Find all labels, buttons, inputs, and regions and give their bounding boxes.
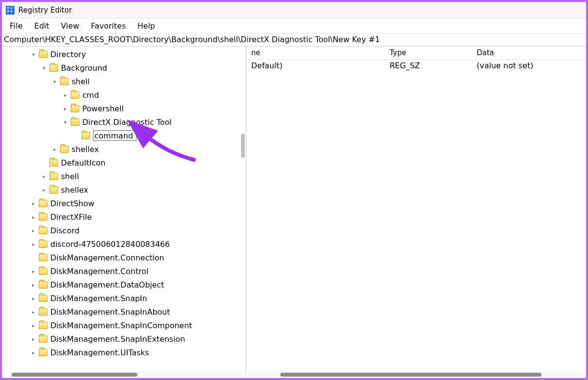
tree-item-dm-uitasks[interactable]: ▸DiskManagement.UITasks — [2, 346, 246, 359]
col-header-name[interactable]: ne — [248, 46, 387, 60]
tree-item-dm-control[interactable]: ▸DiskManagement.Control — [2, 264, 246, 278]
chevron-right-icon[interactable]: ▸ — [30, 281, 37, 288]
tree-label: Directory — [50, 50, 86, 59]
chevron-down-icon[interactable]: ▾ — [51, 78, 58, 85]
chevron-down-icon[interactable]: ▾ — [62, 119, 69, 125]
folder-icon — [71, 105, 79, 112]
tree-label: cmd — [82, 91, 99, 100]
folder-icon — [49, 186, 58, 194]
tree-item-dm-snapin[interactable]: ▸DiskManagement.SnapIn — [2, 291, 246, 305]
folder-icon — [39, 200, 47, 207]
tree-item-defaulticon[interactable]: ▸ DefaultIcon — [2, 156, 246, 169]
address-bar[interactable]: Computer\HKEY_CLASSES_ROOT\Directory\Bac… — [2, 34, 586, 46]
folder-icon — [39, 241, 47, 248]
tree-item-directshow[interactable]: ▸DirectShow — [2, 197, 246, 210]
window-title: Registry Editor — [18, 6, 72, 15]
chevron-right-icon[interactable]: ▸ — [30, 295, 37, 302]
tree-item-dm-snapin-extension[interactable]: ▸DiskManagement.SnapInExtension — [2, 332, 246, 346]
tree-item-dm-snapin-component[interactable]: ▸DiskManagement.SnapInComponent — [2, 319, 246, 332]
tree-item-dm-dataobject[interactable]: ▸DiskManagement.DataObject — [2, 278, 246, 291]
tree-item-directxfile[interactable]: ▸DirectXFile — [2, 210, 246, 224]
tree-label: DiskManagement.SnapInAbout — [50, 307, 170, 317]
menu-file[interactable]: File — [4, 19, 29, 32]
tree-label: shellex — [72, 145, 99, 154]
folder-icon — [39, 335, 47, 343]
folder-icon — [39, 254, 47, 261]
values-pane: ne Type Data Default) REG_SZ (value not … — [248, 46, 586, 371]
menu-favorites[interactable]: Favorites — [85, 19, 132, 32]
tree-item-discord-id[interactable]: ▸discord-475006012840083466 — [2, 237, 246, 251]
chevron-down-icon[interactable]: ▾ — [41, 64, 47, 71]
chevron-right-icon[interactable]: ▸ — [30, 349, 37, 356]
vertical-scrollbar-thumb[interactable] — [241, 134, 245, 158]
chevron-right-icon[interactable]: ▸ — [30, 322, 37, 329]
folder-icon — [39, 51, 47, 58]
chevron-right-icon[interactable]: ▸ — [30, 308, 37, 315]
folder-icon — [39, 281, 47, 289]
folder-icon — [60, 78, 69, 85]
svg-point-5 — [12, 6, 15, 9]
chevron-right-icon[interactable]: ▸ — [51, 146, 58, 152]
folder-icon — [71, 91, 79, 99]
regedit-icon — [6, 6, 15, 15]
tree-label: shellex — [61, 185, 88, 195]
tree-label: Discord — [50, 226, 79, 235]
chevron-right-icon[interactable]: ▸ — [30, 268, 37, 274]
tree-label: discord-475006012840083466 — [50, 240, 170, 249]
menu-view[interactable]: View — [55, 19, 85, 32]
tree-item-dxdiag[interactable]: ▾ DirectX Diagnostic Tool — [2, 115, 246, 129]
chevron-right-icon[interactable]: ▸ — [41, 186, 47, 193]
tree-item-shellex[interactable]: ▸ shellex — [2, 183, 246, 197]
chevron-right-icon[interactable]: ▸ — [30, 213, 37, 220]
chevron-right-icon[interactable]: ▸ — [62, 105, 69, 112]
tree-item-powershell[interactable]: ▸ Powershell — [2, 102, 246, 115]
tree-label: DirectX Diagnostic Tool — [82, 118, 172, 127]
folder-icon — [49, 64, 58, 72]
chevron-right-icon[interactable]: ▸ — [30, 241, 37, 247]
chevron-right-icon[interactable]: ▸ — [30, 335, 37, 342]
tree-item-dm-snapin-about[interactable]: ▸DiskManagement.SnapInAbout — [2, 305, 246, 319]
tree-item-shell-inner[interactable]: ▾ shell — [2, 75, 246, 88]
chevron-right-icon[interactable]: ▸ — [30, 200, 37, 207]
tree-item-shell[interactable]: ▸ shell — [2, 169, 246, 183]
svg-rect-3 — [7, 10, 9, 13]
tree-item-shellex-inner[interactable]: ▸ shellex — [2, 142, 246, 156]
chevron-right-icon[interactable]: ▸ — [62, 91, 69, 98]
chevron-down-icon[interactable]: ▾ — [30, 51, 37, 58]
tree-label: DiskManagement.SnapInComponent — [50, 321, 192, 330]
folder-icon — [39, 349, 47, 356]
tree-label: DiskManagement.Connection — [50, 253, 164, 262]
col-header-type[interactable]: Type — [387, 46, 474, 60]
tree-horizontal-scrollbar[interactable] — [2, 371, 246, 378]
tree-label: shell — [72, 77, 90, 86]
chevron-right-icon[interactable]: ▸ — [41, 173, 47, 180]
tree-item-cmd[interactable]: ▸ cmd — [2, 88, 246, 102]
tree-item-discord[interactable]: ▸Discord — [2, 224, 246, 237]
tree-label: DiskManagement.SnapIn — [50, 294, 147, 303]
folder-icon — [49, 159, 58, 167]
folder-icon — [39, 308, 47, 316]
tree-label: DiskManagement.DataObject — [50, 280, 164, 289]
rename-input[interactable] — [93, 130, 136, 141]
bottom-scrollbars — [2, 371, 586, 378]
tree-item-directory[interactable]: ▾ Directory — [2, 47, 246, 61]
folder-icon — [39, 268, 47, 275]
value-type: REG_SZ — [387, 60, 474, 73]
tree-item-command-editing[interactable]: ▸ — [2, 129, 246, 142]
tree-label: DiskManagement.SnapInExtension — [50, 334, 185, 344]
chevron-right-icon[interactable]: ▸ — [30, 227, 37, 234]
folder-icon — [71, 119, 79, 126]
values-horizontal-scrollbar[interactable] — [246, 371, 586, 378]
svg-rect-4 — [10, 10, 13, 13]
menu-help[interactable]: Help — [132, 19, 161, 32]
tree-label: DirectXFile — [50, 213, 92, 222]
value-row[interactable]: Default) REG_SZ (value not set) — [248, 60, 586, 73]
col-header-data[interactable]: Data — [474, 46, 586, 60]
folder-icon — [39, 213, 47, 221]
folder-icon — [60, 146, 69, 153]
value-data: (value not set) — [474, 60, 586, 73]
menu-edit[interactable]: Edit — [29, 19, 55, 32]
tree-label: DefaultIcon — [61, 158, 106, 167]
tree-item-dm-connection[interactable]: ▸DiskManagement.Connection — [2, 251, 246, 264]
tree-item-background[interactable]: ▾ Background — [2, 61, 246, 75]
